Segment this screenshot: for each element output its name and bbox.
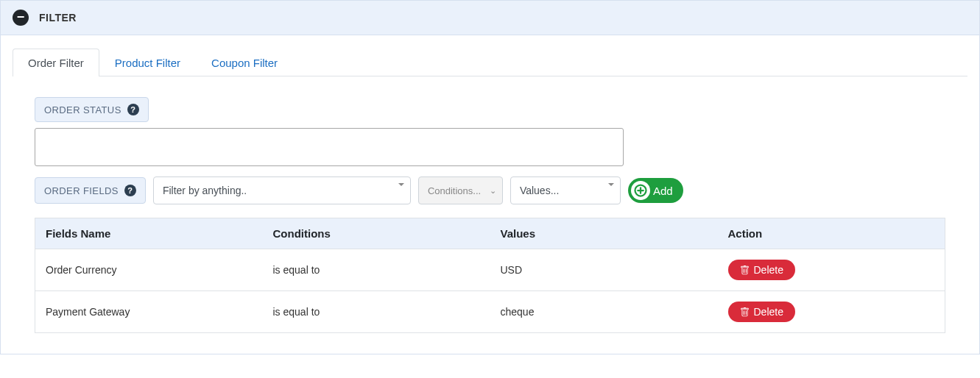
delete-label: Delete	[754, 264, 783, 276]
cell-field: Payment Gateway	[35, 291, 263, 333]
filter-panel: − FILTER Order Filter Product Filter Cou…	[0, 0, 980, 354]
header-values: Values	[490, 218, 718, 249]
filter-field-placeholder: Filter by anything..	[163, 185, 247, 196]
cell-value: cheque	[490, 291, 718, 333]
tab-product-filter[interactable]: Product Filter	[99, 49, 196, 76]
tab-coupon-filter[interactable]: Coupon Filter	[196, 49, 293, 76]
order-fields-label: ORDER FIELDS ?	[35, 177, 146, 204]
order-status-text: ORDER STATUS	[44, 104, 121, 115]
order-fields-row: ORDER FIELDS ? Filter by anything.. Cond…	[35, 176, 945, 204]
tabs: Order Filter Product Filter Coupon Filte…	[13, 49, 967, 76]
tab-content: ORDER STATUS ? ORDER FIELDS ? Filter by …	[13, 97, 967, 333]
filter-table: Fields Name Conditions Values Action Ord…	[35, 218, 945, 333]
conditions-placeholder: Conditions...	[428, 185, 481, 196]
trash-icon	[740, 307, 750, 317]
add-label: Add	[653, 185, 673, 197]
order-status-input[interactable]	[35, 128, 624, 166]
table-row: Order Currency is equal to USD Delete	[35, 249, 945, 291]
cell-action: Delete	[718, 249, 945, 291]
order-fields-text: ORDER FIELDS	[44, 185, 119, 196]
panel-body: Order Filter Product Filter Coupon Filte…	[1, 35, 979, 354]
tab-order-filter[interactable]: Order Filter	[13, 49, 99, 76]
cell-action: Delete	[718, 291, 945, 333]
help-icon[interactable]: ?	[127, 104, 139, 115]
order-status-label: ORDER STATUS ?	[35, 97, 149, 122]
values-dropdown[interactable]: Values...	[510, 176, 621, 204]
collapse-icon[interactable]: −	[13, 10, 29, 26]
trash-icon	[740, 265, 750, 275]
panel-title: FILTER	[39, 12, 77, 24]
caret-icon	[608, 183, 614, 186]
cell-value: USD	[490, 249, 718, 291]
conditions-dropdown[interactable]: Conditions... ⌄	[418, 176, 503, 204]
panel-header: − FILTER	[1, 1, 979, 35]
cell-field: Order Currency	[35, 249, 263, 291]
filter-field-dropdown[interactable]: Filter by anything..	[153, 176, 411, 204]
delete-label: Delete	[754, 306, 783, 318]
table-header-row: Fields Name Conditions Values Action	[35, 218, 945, 249]
chevron-down-icon: ⌄	[490, 186, 496, 196]
header-fields: Fields Name	[35, 218, 263, 249]
caret-icon	[398, 183, 404, 186]
header-conditions: Conditions	[263, 218, 490, 249]
cell-condition: is equal to	[263, 291, 490, 333]
help-icon[interactable]: ?	[124, 185, 136, 196]
cell-condition: is equal to	[263, 249, 490, 291]
plus-circle-icon	[631, 181, 650, 200]
values-placeholder: Values...	[520, 185, 559, 196]
header-action: Action	[718, 218, 945, 249]
table-row: Payment Gateway is equal to cheque Delet…	[35, 291, 945, 333]
delete-button[interactable]: Delete	[728, 302, 795, 322]
add-button[interactable]: Add	[628, 178, 683, 203]
delete-button[interactable]: Delete	[728, 260, 795, 280]
